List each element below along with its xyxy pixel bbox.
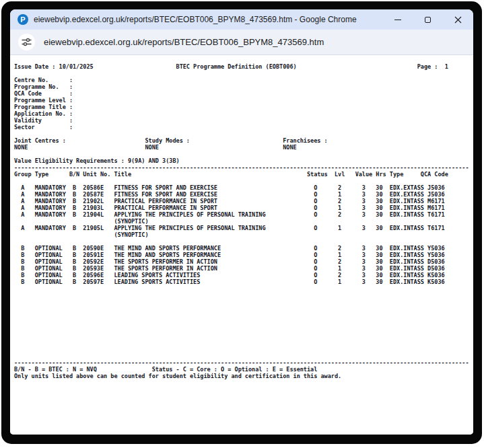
detail-field-line: Application No. : [14,110,473,117]
detail-field-line: Programme Title : [14,104,473,110]
table-row: B OPTIONAL B 20596E LEADING SPORTS ACTIV… [14,272,473,278]
blank-line [14,285,473,292]
detail-field-line: QCA Code : [14,90,473,97]
blank-line [14,151,473,157]
blank-line [14,238,473,245]
blank-line [14,346,473,352]
contact-values-line: NONE NONE NONE [14,144,473,151]
blank-line [14,178,473,184]
report-lines: Issue Date : 10/01/2025 BTEC Programme D… [14,63,473,379]
table-row: B OPTIONAL B 20592E THE SPORTS PERFORMER… [14,258,473,265]
report-content: Issue Date : 10/01/2025 BTEC Programme D… [10,55,473,435]
blank-line [14,292,473,299]
window-frame: P eiewebvip.edexcel.org.uk/reports/BTEC/… [1,1,482,444]
footer-note-line: Only units listed above can be counted f… [14,373,473,379]
divider-line: ----------------------------------------… [14,359,473,366]
divider-line: ----------------------------------------… [14,164,473,171]
blank-line [14,326,473,332]
blank-line [14,352,473,359]
detail-field-line: Programme Level : [14,97,473,104]
table-row-continuation: (SYNOPTIC) [14,231,473,238]
eligibility-line: Value Eligibility Requirements : 9(9A) A… [14,157,473,164]
detail-field-line: Validity : [14,117,473,124]
table-header-line: Group Type B/N Unit No. Title Status Lvl… [14,171,473,178]
window-controls [382,9,473,30]
table-row: A MANDATORY B 21904L APPLYING THE PRINCI… [14,211,473,218]
maximize-button[interactable] [413,9,443,30]
contact-labels-line: Joint Centres : Study Modes : Franchisee… [14,137,473,144]
report-header-line: Issue Date : 10/01/2025 BTEC Programme D… [14,63,473,70]
blank-line [14,312,473,319]
blank-line [14,70,473,77]
detail-field-line: Sector : [14,124,473,130]
footer-legend-line: B/N - B = BTEC : N = NVQ Status - C = Co… [14,366,473,373]
url-text: eiewebvip.edexcel.org.uk/reports/BTEC/EO… [44,37,324,47]
blank-line [14,332,473,339]
minimize-icon [394,20,401,20]
detail-field-line: Programme No. : [14,83,473,90]
table-row: A MANDATORY B 20586E FITNESS FOR SPORT A… [14,184,473,191]
maximize-icon [425,17,431,23]
pearson-p-icon: P [18,14,28,25]
table-row: A MANDATORY B 20587E FITNESS FOR SPORT A… [14,191,473,198]
table-row-continuation: (SYNOPTIC) [14,218,473,225]
table-row: A MANDATORY B 21903L PRACTICAL PERFORMAN… [14,204,473,211]
minimize-button[interactable] [382,9,413,30]
chrome-popup-window: P eiewebvip.edexcel.org.uk/reports/BTEC/… [10,9,473,435]
table-row: B OPTIONAL B 20597E LEADING SPORTS ACTIV… [14,278,473,285]
window-titlebar[interactable]: P eiewebvip.edexcel.org.uk/reports/BTEC/… [10,9,473,30]
tune-icon [22,37,32,47]
blank-line [14,130,473,137]
blank-line [14,319,473,326]
close-button[interactable] [443,9,473,30]
detail-field-line: Centre No. : [14,77,473,83]
blank-line [14,299,473,305]
table-row: A MANDATORY B 21902L PRACTICAL PERFORMAN… [14,198,473,204]
window-title: eiewebvip.edexcel.org.uk/reports/BTEC/EO… [34,15,357,24]
blank-line [14,339,473,346]
close-icon [454,16,462,24]
blank-line [14,305,473,312]
location-bar[interactable]: eiewebvip.edexcel.org.uk/reports/BTEC/EO… [10,30,473,55]
site-info-button[interactable] [18,34,35,50]
table-row: B OPTIONAL B 20590E THE MIND AND SPORTS … [14,245,473,252]
table-row: B OPTIONAL B 20591E THE MIND AND SPORTS … [14,252,473,258]
table-row: A MANDATORY B 21905L APPLYING THE PRINCI… [14,225,473,231]
table-row: B OPTIONAL B 20593E THE SPORTS PERFORMER… [14,265,473,272]
